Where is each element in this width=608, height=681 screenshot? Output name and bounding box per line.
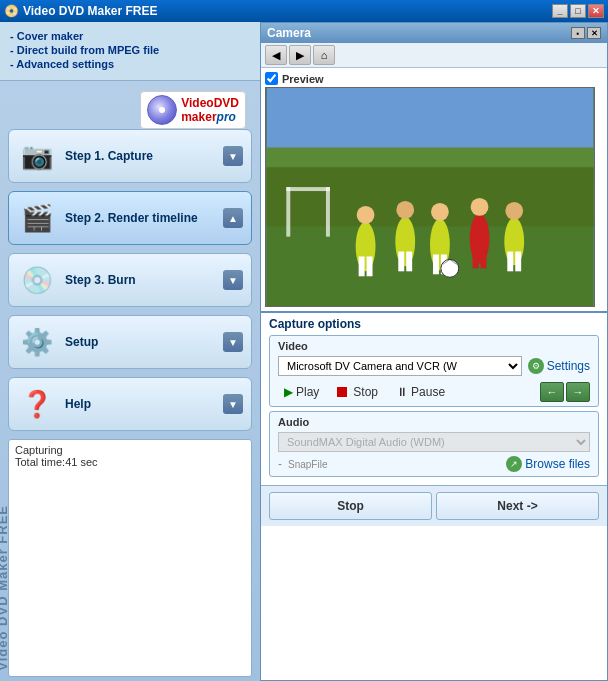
camera-titlebar: Camera ▪ ✕ [261,23,607,43]
logo-maker: makerpro [181,110,236,124]
video-frame [265,87,595,307]
left-panel: - Cover maker - Direct build from MPEG f… [0,22,260,681]
step3-arrow: ▼ [223,270,243,290]
svg-rect-19 [481,249,487,269]
link-mpeg[interactable]: - Direct build from MPEG file [10,44,250,56]
stop-icon [337,387,347,397]
preview-area: Preview [261,68,607,311]
step2-item[interactable]: 🎬 Step 2. Render timeline ▲ [8,191,252,245]
playback-controls: ▶ Play Stop ⏸ Pause ← → [278,382,590,402]
video-device-select[interactable]: Microsoft DV Camera and VCR (W [278,356,522,376]
toolbar-home-button[interactable]: ⌂ [313,45,335,65]
camera-toolbar: ◀ ▶ ⌂ [261,43,607,68]
svg-point-5 [357,206,375,224]
audio-device-select[interactable]: SoundMAX Digital Audio (WDM) [278,432,590,452]
settings-button[interactable]: ⚙ Settings [528,358,590,374]
snapfile-logo: SnapFile [288,459,327,470]
step1-item[interactable]: 📷 Step 1. Capture ▼ [8,129,252,183]
browse-label: Browse files [525,457,590,471]
camera-pin-button[interactable]: ▪ [571,27,585,39]
svg-rect-6 [359,256,365,276]
bottom-buttons: Stop Next -> [261,485,607,526]
stop-action-button[interactable]: Stop [269,492,432,520]
nav-back-button[interactable]: ← [540,382,564,402]
logo-text: VideoDVD makerpro [181,96,239,125]
step3-icon: 💿 [17,260,57,300]
log-line1: Capturing [15,444,245,456]
svg-rect-27 [286,187,330,191]
step2-label: Step 2. Render timeline [65,211,223,225]
window-controls: _ □ ✕ [552,4,604,18]
vertical-brand-label: Video DVD Maker FREE [0,505,10,671]
setup-item[interactable]: ⚙️ Setup ▼ [8,315,252,369]
video-device-row: Microsoft DV Camera and VCR (W ⚙ Setting… [278,356,590,376]
play-label: Play [296,385,319,399]
svg-rect-25 [286,187,290,237]
next-button[interactable]: Next -> [436,492,599,520]
svg-rect-10 [398,252,404,272]
toolbar-back-button[interactable]: ◀ [265,45,287,65]
settings-icon: ⚙ [528,358,544,374]
capture-options: Capture options Video Microsoft DV Camer… [261,311,607,485]
help-label: Help [65,397,223,411]
camera-window-controls: ▪ ✕ [571,27,601,39]
step2-icon: 🎬 [17,198,57,238]
stop-label: Stop [353,385,378,399]
play-button[interactable]: ▶ Play [278,383,325,401]
camera-close-button[interactable]: ✕ [587,27,601,39]
audio-section-title: Audio [278,416,590,428]
svg-point-13 [431,203,449,221]
svg-rect-18 [473,249,479,269]
svg-rect-22 [507,252,513,272]
logo-disc-icon [147,95,177,125]
svg-point-21 [505,202,523,220]
svg-rect-1 [267,217,594,306]
audio-section: Audio SoundMAX Digital Audio (WDM) - Sna… [269,411,599,477]
snapfile-row: - SnapFile ↗ Browse files [278,456,590,472]
nav-arrows: ← → [540,382,590,402]
toolbar-forward-button[interactable]: ▶ [289,45,311,65]
svg-rect-11 [406,252,412,272]
svg-point-24 [441,259,459,277]
svg-rect-26 [326,187,330,237]
camera-window: Camera ▪ ✕ ◀ ▶ ⌂ Preview [260,22,608,681]
maximize-button[interactable]: □ [570,4,586,18]
browse-button[interactable]: ↗ Browse files [506,456,590,472]
preview-label: Preview [282,73,324,85]
setup-arrow: ▼ [223,332,243,352]
app-title: Video DVD Maker FREE [23,4,157,18]
step3-item[interactable]: 💿 Step 3. Burn ▼ [8,253,252,307]
step1-icon: 📷 [17,136,57,176]
help-icon: ❓ [17,384,57,424]
main-container: - Cover maker - Direct build from MPEG f… [0,22,608,681]
pause-label: Pause [411,385,445,399]
link-cover-maker[interactable]: - Cover maker [10,30,250,42]
pause-button[interactable]: ⏸ Pause [390,383,451,401]
stop-button[interactable]: Stop [331,383,384,401]
title-bar: 📀 Video DVD Maker FREE _ □ ✕ [0,0,608,22]
setup-icon: ⚙️ [17,322,57,362]
link-advanced[interactable]: - Advanced settings [10,58,250,70]
log-area: Capturing Total time:41 sec [8,439,252,677]
help-arrow: ▼ [223,394,243,414]
sidebar-links: - Cover maker - Direct build from MPEG f… [0,22,260,81]
video-preview [266,88,594,306]
pause-icon: ⏸ [396,385,408,399]
settings-label: Settings [547,359,590,373]
browse-icon: ↗ [506,456,522,472]
nav-forward-button[interactable]: → [566,382,590,402]
camera-title: Camera [267,26,311,40]
preview-header: Preview [265,72,603,85]
svg-rect-23 [515,252,521,272]
capture-options-title: Capture options [269,317,599,331]
logo-video: VideoDVD [181,96,239,110]
step2-arrow: ▲ [223,208,243,228]
preview-checkbox[interactable] [265,72,278,85]
help-item[interactable]: ❓ Help ▼ [8,377,252,431]
right-panel: Camera ▪ ✕ ◀ ▶ ⌂ Preview [260,22,608,681]
step3-label: Step 3. Burn [65,273,223,287]
audio-device-row: SoundMAX Digital Audio (WDM) [278,432,590,452]
minimize-button[interactable]: _ [552,4,568,18]
svg-point-17 [471,198,489,216]
close-button[interactable]: ✕ [588,4,604,18]
